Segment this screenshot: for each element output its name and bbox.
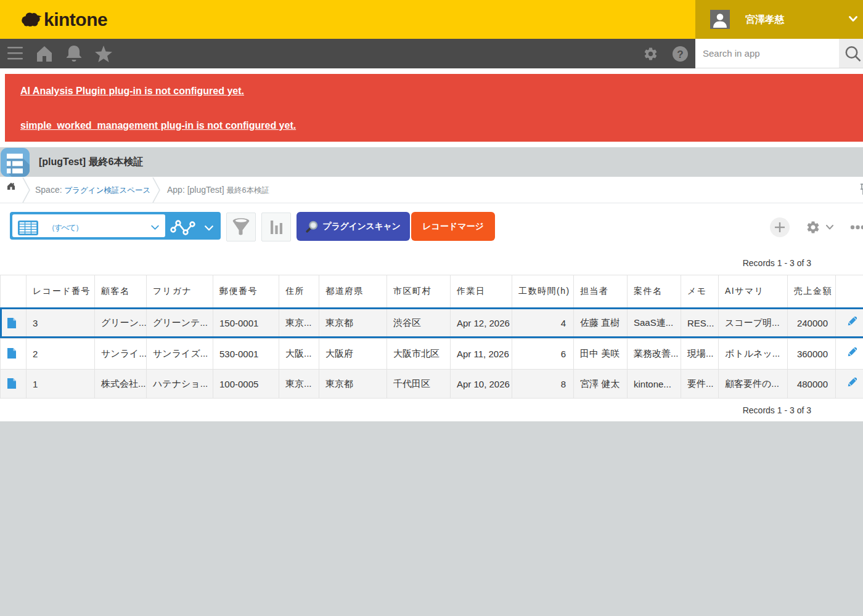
svg-text:kintone: kintone: [44, 12, 107, 28]
svg-text:?: ?: [677, 49, 683, 60]
